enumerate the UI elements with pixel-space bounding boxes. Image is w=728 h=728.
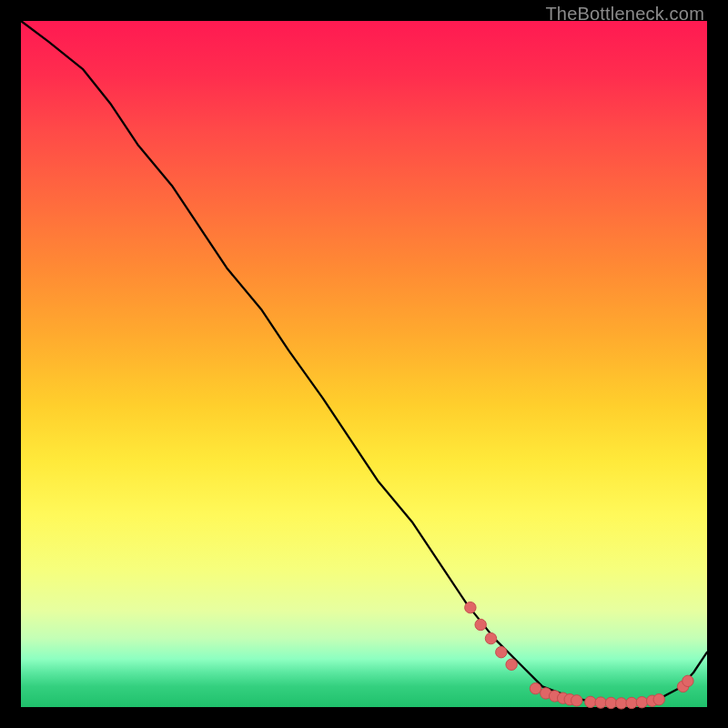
plot-area xyxy=(21,21,707,707)
chart-stage: TheBottleneck.com xyxy=(0,0,728,728)
data-point xyxy=(653,694,664,705)
data-point xyxy=(475,619,486,630)
curve-line xyxy=(21,21,707,703)
data-point xyxy=(605,697,616,708)
data-point xyxy=(530,682,541,693)
data-point xyxy=(485,632,496,643)
data-point xyxy=(682,675,693,686)
data-point xyxy=(465,602,476,612)
data-points xyxy=(465,602,693,709)
data-point xyxy=(616,698,627,709)
chart-svg xyxy=(21,21,707,707)
data-point xyxy=(585,696,596,707)
data-point xyxy=(496,646,507,657)
data-point xyxy=(626,697,637,708)
data-point xyxy=(595,697,606,708)
data-point xyxy=(506,659,517,670)
data-point xyxy=(636,697,647,708)
data-point xyxy=(571,695,582,706)
